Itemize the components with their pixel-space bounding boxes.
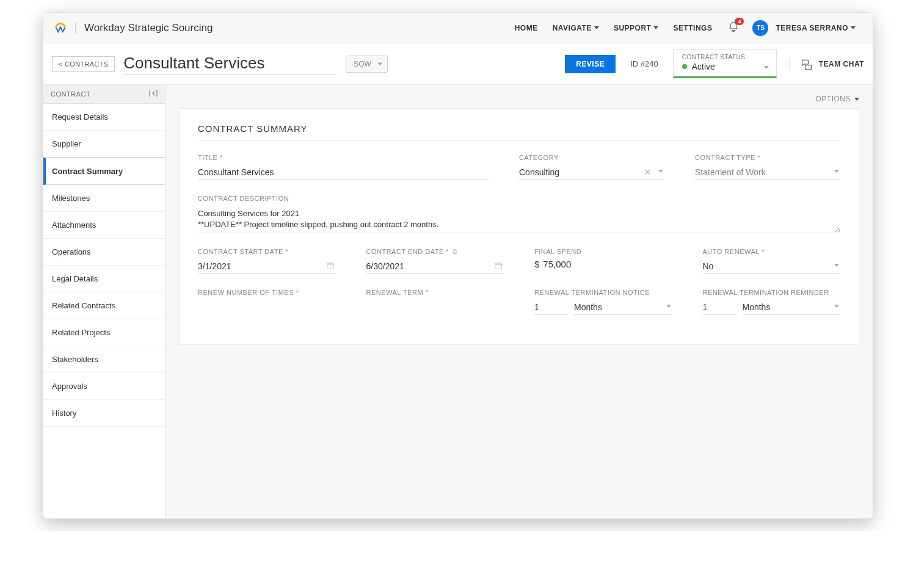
renew-times-label: RENEW NUMBER OF TIMES *: [198, 289, 336, 296]
workday-logo-icon: [53, 21, 68, 35]
chevron-down-icon: [834, 170, 839, 173]
clear-category-icon[interactable]: ✕: [644, 167, 651, 176]
svg-rect-0: [327, 263, 333, 269]
app-window: Workday Strategic Sourcing HOME NAVIGATE…: [43, 12, 873, 519]
sidebar-item-supplier[interactable]: Supplier: [43, 131, 165, 158]
description-textarea[interactable]: [198, 206, 840, 233]
brand-title: Workday Strategic Sourcing: [75, 22, 213, 34]
sidebar-item-contract-summary[interactable]: Contract Summary: [43, 158, 165, 185]
options-label: OPTIONS: [815, 95, 851, 103]
main-content: OPTIONS CONTRACT SUMMARY TITLE * CATEGOR…: [165, 85, 873, 518]
sidebar-item-operations[interactable]: Operations: [43, 239, 165, 266]
user-menu[interactable]: TERESA SERRANO: [776, 24, 856, 32]
termination-notice-label: RENEWAL TERMINATION NOTICE: [534, 289, 672, 296]
chevron-down-icon: [834, 305, 839, 308]
chevron-down-icon: [764, 66, 769, 69]
body: CONTRACT Request DetailsSupplierContract…: [43, 85, 873, 518]
contract-type-pill-select[interactable]: SOW: [346, 56, 388, 73]
renewal-term-label: RENEWAL TERM *: [366, 289, 504, 296]
contract-status-label: CONTRACT STATUS: [682, 54, 768, 60]
bell-icon: [451, 249, 458, 255]
termination-reminder-unit-label: Months: [743, 302, 771, 312]
nav-home-label: HOME: [515, 24, 538, 32]
top-nav: Workday Strategic Sourcing HOME NAVIGATE…: [43, 13, 873, 43]
contract-id: ID #240: [630, 59, 658, 68]
sidebar-item-approvals[interactable]: Approvals: [43, 373, 165, 400]
sub-header: < CONTRACTS Consultant Services SOW REVI…: [43, 43, 873, 85]
calendar-icon[interactable]: [326, 261, 335, 272]
sidebar-item-stakeholders[interactable]: Stakeholders: [43, 346, 165, 373]
contract-type-pill-label: SOW: [354, 60, 371, 68]
sidebar-item-related-contracts[interactable]: Related Contracts: [43, 292, 165, 319]
sidebar: CONTRACT Request DetailsSupplierContract…: [43, 85, 165, 518]
contract-status-value: Active: [692, 62, 715, 71]
notification-badge: 4: [735, 18, 744, 25]
contract-type-select[interactable]: [695, 165, 840, 180]
sidebar-item-related-projects[interactable]: Related Projects: [43, 319, 165, 346]
final-spend-label: FINAL SPEND: [534, 248, 672, 255]
team-chat-button[interactable]: TEAM CHAT: [789, 58, 864, 70]
sidebar-item-request-details[interactable]: Request Details: [43, 104, 165, 131]
user-name-label: TERESA SERRANO: [776, 24, 848, 32]
options-menu[interactable]: OPTIONS: [179, 95, 859, 103]
termination-reminder-unit-select[interactable]: Months: [743, 300, 841, 315]
final-spend-value: $ 75,000: [534, 259, 672, 269]
sidebar-item-legal-details[interactable]: Legal Details: [43, 266, 165, 292]
page-title[interactable]: Consultant Services: [123, 54, 337, 74]
category-select[interactable]: [519, 165, 664, 180]
notifications-button[interactable]: 4: [728, 21, 739, 35]
end-date-label: CONTRACT END DATE *: [366, 248, 504, 255]
termination-notice-unit-label: Months: [574, 302, 602, 312]
nav-support[interactable]: SUPPORT: [614, 24, 659, 32]
end-date-input[interactable]: [366, 259, 504, 274]
team-chat-label: TEAM CHAT: [819, 60, 864, 68]
description-label: CONTRACT DESCRIPTION: [198, 195, 840, 202]
sidebar-header: CONTRACT: [43, 85, 165, 104]
title-input[interactable]: [198, 165, 489, 180]
auto-renewal-label: AUTO RENEWAL *: [703, 248, 841, 255]
chevron-down-icon: [834, 264, 839, 267]
card-title: CONTRACT SUMMARY: [198, 123, 840, 140]
chevron-down-icon: [653, 26, 658, 29]
user-avatar[interactable]: TS: [752, 20, 768, 36]
nav-home[interactable]: HOME: [515, 24, 538, 32]
contract-type-label: CONTRACT TYPE *: [695, 154, 840, 161]
start-date-input[interactable]: [198, 259, 336, 274]
chevron-down-icon: [854, 98, 859, 101]
chat-icon: [801, 58, 813, 70]
contract-summary-card: CONTRACT SUMMARY TITLE * CATEGORY ✕: [179, 108, 859, 345]
chevron-down-icon: [377, 62, 382, 65]
nav-settings-label: SETTINGS: [673, 24, 712, 32]
contract-status-select[interactable]: CONTRACT STATUS Active: [673, 49, 777, 78]
start-date-label: CONTRACT START DATE *: [198, 248, 336, 255]
chevron-down-icon: [666, 305, 671, 308]
sidebar-item-history[interactable]: History: [43, 400, 165, 427]
category-label: CATEGORY: [519, 154, 664, 161]
nav-support-label: SUPPORT: [614, 24, 652, 32]
termination-notice-unit-select[interactable]: Months: [574, 300, 672, 315]
sidebar-header-label: CONTRACT: [51, 90, 90, 98]
revise-button[interactable]: REVISE: [565, 55, 616, 73]
chevron-down-icon: [658, 170, 663, 173]
chevron-down-icon: [594, 26, 599, 29]
auto-renewal-select[interactable]: [703, 259, 841, 274]
termination-reminder-value-input[interactable]: [703, 300, 736, 315]
sidebar-item-milestones[interactable]: Milestones: [43, 185, 165, 212]
title-label: TITLE *: [198, 154, 489, 161]
termination-notice-value-input[interactable]: [534, 300, 568, 315]
calendar-icon[interactable]: [494, 261, 503, 272]
svg-rect-1: [495, 263, 502, 269]
status-dot-icon: [682, 64, 687, 69]
nav-settings[interactable]: SETTINGS: [673, 24, 712, 32]
termination-reminder-label: RENEWAL TERMINATION REMINDER: [703, 289, 841, 296]
back-to-contracts-button[interactable]: < CONTRACTS: [52, 56, 115, 72]
chevron-down-icon: [851, 26, 856, 29]
nav-navigate[interactable]: NAVIGATE: [553, 24, 599, 32]
sidebar-item-attachments[interactable]: Attachments: [43, 212, 165, 239]
nav-navigate-label: NAVIGATE: [553, 24, 592, 32]
sidebar-collapse-icon[interactable]: [149, 90, 158, 98]
